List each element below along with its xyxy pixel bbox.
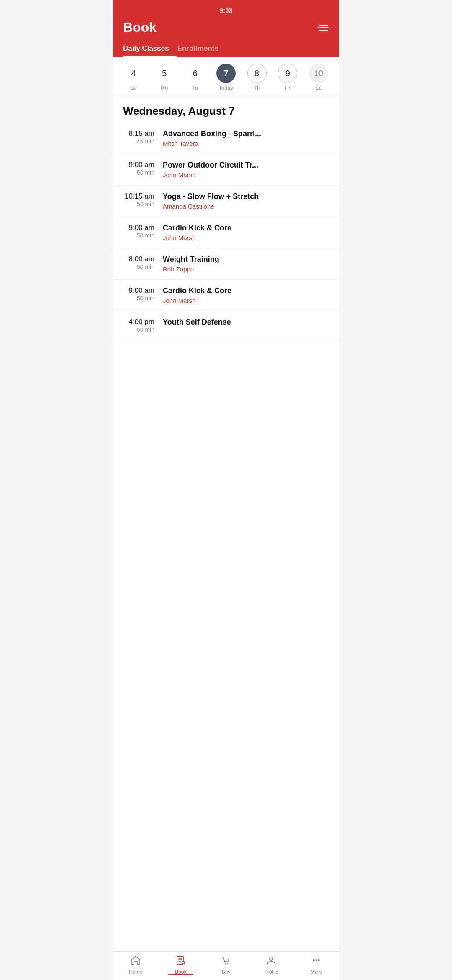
date-header: Wednesday, August 7 (113, 96, 339, 123)
cal-day-label-su: Su (130, 85, 137, 91)
cal-day-num-5: 5 (155, 64, 174, 83)
class-time-1: 9:00 am 50 min (123, 161, 163, 176)
class-duration-3: 50 min (137, 232, 154, 239)
nav-more-label: More (311, 969, 322, 975)
class-name-4: Weight Training (163, 255, 329, 264)
class-instructor-5: John Marsh (163, 297, 329, 304)
filter-button[interactable] (317, 25, 329, 31)
bottom-nav: Home Book Buy (113, 951, 339, 980)
nav-active-indicator (168, 974, 193, 975)
profile-icon (266, 955, 277, 967)
nav-profile-label: Profile (264, 969, 278, 975)
tab-enrollments[interactable]: Enrollments (177, 40, 227, 57)
class-time-main-3: 9:00 am (129, 224, 154, 232)
cal-day-tue[interactable]: 6 Tu (185, 64, 205, 91)
status-bar: 9:03 (123, 4, 329, 16)
cal-day-thu[interactable]: 8 Th (247, 64, 267, 91)
book-icon (175, 955, 186, 967)
class-info-5: Cardio Kick & Core John Marsh (163, 286, 329, 304)
cal-day-label-today: Today (219, 85, 234, 91)
nav-buy[interactable]: Buy (203, 955, 249, 975)
class-time-main-4: 8:00 am (129, 255, 154, 263)
class-time-main-2: 10:15 am (125, 192, 154, 201)
calendar-strip: 4 Su 5 Mo 6 Tu 7 Today 8 Th 9 Fr 10 Sa (113, 57, 339, 96)
cal-day-sat[interactable]: 10 Sa (309, 64, 328, 91)
filter-line-2 (317, 27, 329, 28)
selected-date: Wednesday, August 7 (123, 105, 329, 118)
cal-day-mon[interactable]: 5 Mo (155, 64, 174, 91)
cal-day-label-fr: Fr (285, 85, 290, 91)
svg-point-3 (227, 963, 228, 964)
class-name-0: Advanced Boxing - Sparri... (163, 129, 329, 138)
class-instructor-3: John Marsh (163, 234, 329, 241)
class-name-2: Yoga - Slow Flow + Stretch (163, 192, 329, 201)
cal-day-num-4: 4 (124, 64, 143, 83)
class-duration-5: 50 min (137, 295, 154, 302)
cal-day-wed[interactable]: 7 Today (216, 64, 236, 91)
class-info-0: Advanced Boxing - Sparri... Mitch Tavera (163, 129, 329, 147)
svg-point-2 (225, 963, 226, 964)
class-info-2: Yoga - Slow Flow + Stretch Amanda Castil… (163, 192, 329, 210)
class-instructor-4: Rob Zoppo (163, 266, 329, 273)
cal-day-label-sa: Sa (315, 85, 322, 91)
more-icon (311, 955, 322, 967)
cal-day-num-8: 8 (247, 64, 267, 83)
filter-line-3 (319, 30, 328, 31)
class-duration-6: 50 min (137, 326, 154, 333)
class-time-3: 9:00 am 50 min (123, 224, 163, 239)
class-item-6[interactable]: 4:00 pm 50 min Youth Self Defense (113, 311, 339, 340)
class-item-1[interactable]: 9:00 am 50 min Power Outdoor Circuit Tr.… (113, 154, 339, 186)
cal-day-num-6: 6 (185, 64, 205, 83)
nav-home-label: Home (129, 969, 142, 975)
cal-day-fri[interactable]: 9 Fr (278, 64, 297, 91)
home-icon (130, 955, 141, 967)
class-info-4: Weight Training Rob Zoppo (163, 255, 329, 273)
nav-more[interactable]: More (294, 955, 339, 975)
svg-point-5 (313, 959, 315, 961)
classes-list: 8:15 am 45 min Advanced Boxing - Sparri.… (113, 123, 339, 980)
class-instructor-1: John Marsh (163, 171, 329, 178)
class-duration-0: 45 min (137, 138, 154, 144)
tabs: Daily Classes Enrollments (123, 40, 329, 57)
class-time-2: 10:15 am 50 min (123, 192, 163, 207)
class-time-5: 9:00 am 50 min (123, 286, 163, 302)
class-duration-2: 50 min (137, 201, 154, 207)
filter-line-1 (319, 25, 328, 26)
tab-daily-classes[interactable]: Daily Classes (123, 40, 177, 57)
nav-profile[interactable]: Profile (249, 955, 294, 975)
class-time-main-5: 9:00 am (129, 286, 154, 295)
buy-icon (221, 955, 231, 967)
class-info-1: Power Outdoor Circuit Tr... John Marsh (163, 161, 329, 178)
class-time-main-6: 4:00 pm (129, 318, 154, 326)
class-item-5[interactable]: 9:00 am 50 min Cardio Kick & Core John M… (113, 280, 339, 311)
cal-day-sun[interactable]: 4 Su (124, 64, 143, 91)
class-item-0[interactable]: 8:15 am 45 min Advanced Boxing - Sparri.… (113, 123, 339, 154)
cal-day-label-th: Th (254, 85, 260, 91)
status-time: 9:03 (220, 7, 232, 14)
class-item-3[interactable]: 9:00 am 50 min Cardio Kick & Core John M… (113, 217, 339, 248)
nav-buy-label: Buy (222, 969, 231, 975)
class-name-1: Power Outdoor Circuit Tr... (163, 161, 329, 170)
class-duration-1: 50 min (137, 169, 154, 176)
class-instructor-2: Amanda Castilone (163, 203, 329, 210)
svg-point-7 (318, 959, 320, 961)
cal-day-label-tu: Tu (192, 85, 198, 91)
nav-home[interactable]: Home (113, 955, 158, 975)
class-name-3: Cardio Kick & Core (163, 224, 329, 232)
cal-day-num-10: 10 (309, 64, 328, 83)
cal-day-label-mo: Mo (161, 85, 168, 91)
header: 9:03 Book Daily Classes Enrollments (113, 0, 339, 57)
class-item-4[interactable]: 8:00 am 50 min Weight Training Rob Zoppo (113, 248, 339, 280)
cal-day-num-7: 7 (216, 64, 236, 83)
class-time-main-1: 9:00 am (129, 161, 154, 169)
nav-book[interactable]: Book (158, 955, 203, 975)
page-title: Book (123, 20, 157, 35)
svg-point-4 (270, 957, 273, 960)
cal-day-num-9: 9 (278, 64, 297, 83)
class-time-0: 8:15 am 45 min (123, 129, 163, 144)
class-time-main-0: 8:15 am (129, 129, 154, 138)
class-item-2[interactable]: 10:15 am 50 min Yoga - Slow Flow + Stret… (113, 186, 339, 217)
class-duration-4: 50 min (137, 263, 154, 270)
class-name-5: Cardio Kick & Core (163, 286, 329, 295)
class-time-4: 8:00 am 50 min (123, 255, 163, 270)
